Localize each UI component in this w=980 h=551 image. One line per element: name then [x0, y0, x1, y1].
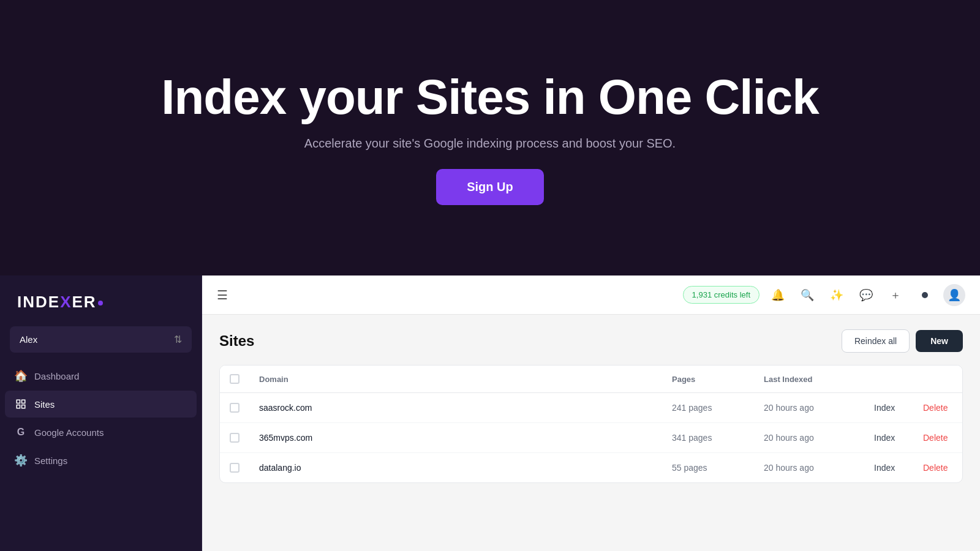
table-header-row: Domain Pages Last Indexed — [220, 365, 962, 393]
sidebar-item-sites[interactable]: Sites — [5, 391, 197, 418]
row-1-index-cell: Index — [864, 393, 913, 422]
row-1-checkbox[interactable] — [230, 403, 239, 413]
plus-icon[interactable]: ＋ — [884, 284, 907, 306]
row-3-domain: datalang.io — [249, 453, 662, 482]
column-header-pages: Pages — [662, 365, 754, 392]
select-all-checkbox[interactable] — [230, 374, 239, 384]
sites-header: Sites Reindex all New — [219, 329, 963, 353]
row-3-delete-cell: Delete — [913, 453, 962, 482]
hero-subtitle: Accelerate your site's Google indexing p… — [304, 137, 676, 151]
logo-text-end: ER — [72, 293, 96, 311]
row-2-last-indexed: 20 hours ago — [754, 423, 864, 452]
sidebar-item-google-accounts-label: Google Accounts — [34, 427, 104, 438]
sites-header-actions: Reindex all New — [842, 329, 963, 353]
new-button[interactable]: New — [916, 330, 963, 352]
chevron-updown-icon: ⇅ — [174, 334, 182, 345]
menu-icon[interactable]: ☰ — [217, 288, 228, 302]
column-header-checkbox — [220, 365, 249, 392]
user-selector-name: Alex — [20, 334, 37, 345]
sidebar-item-dashboard-label: Dashboard — [34, 371, 79, 381]
sidebar-item-sites-label: Sites — [34, 399, 55, 410]
sidebar-item-google-accounts[interactable]: G Google Accounts — [5, 419, 197, 446]
sidebar-item-settings[interactable]: ⚙️ Settings — [5, 447, 197, 474]
logo-text-start: INDE — [17, 293, 60, 311]
row-2-delete-button[interactable]: Delete — [923, 433, 948, 443]
reindex-all-button[interactable]: Reindex all — [842, 329, 910, 353]
row-1-checkbox-cell — [220, 393, 249, 422]
sparkle-icon[interactable]: ✨ — [826, 284, 848, 306]
row-3-checkbox[interactable] — [230, 463, 239, 473]
svg-rect-2 — [22, 405, 25, 408]
row-1-domain: saasrock.com — [249, 393, 662, 422]
credits-badge: 1,931 credits left — [683, 286, 760, 304]
topbar: ☰ 1,931 credits left 🔔 🔍 ✨ 💬 ＋ 👤 — [202, 276, 980, 315]
column-header-index — [864, 365, 913, 392]
google-icon: G — [15, 426, 27, 438]
nav-items: 🏠 Dashboard Sites G Google Accounts ⚙️ S… — [0, 362, 202, 474]
sidebar: INDEXER Alex ⇅ 🏠 Dashboard Sites — [0, 276, 202, 551]
row-3-delete-button[interactable]: Delete — [923, 463, 948, 473]
svg-rect-3 — [17, 405, 20, 408]
row-1-delete-cell: Delete — [913, 393, 962, 422]
hero-title: Index your Sites in One Click — [161, 70, 819, 124]
user-selector[interactable]: Alex ⇅ — [10, 326, 192, 353]
sites-page: Sites Reindex all New Domain Pages Last … — [202, 315, 980, 551]
row-2-pages: 341 pages — [662, 423, 754, 452]
row-2-delete-cell: Delete — [913, 423, 962, 452]
row-2-index-button[interactable]: Index — [874, 433, 895, 443]
logo-area: INDEXER — [0, 276, 202, 326]
row-1-delete-button[interactable]: Delete — [923, 403, 948, 413]
row-3-last-indexed: 20 hours ago — [754, 453, 864, 482]
row-2-checkbox[interactable] — [230, 433, 239, 443]
app-section: INDEXER Alex ⇅ 🏠 Dashboard Sites — [0, 276, 980, 551]
row-3-index-button[interactable]: Index — [874, 463, 895, 473]
table-row: 365mvps.com 341 pages 20 hours ago Index… — [220, 423, 962, 453]
bell-icon[interactable]: 🔔 — [767, 284, 789, 306]
column-header-domain: Domain — [249, 365, 662, 392]
row-2-checkbox-cell — [220, 423, 249, 452]
user-avatar[interactable]: 👤 — [943, 284, 965, 306]
logo-dot — [98, 301, 103, 305]
row-2-index-cell: Index — [864, 423, 913, 452]
sidebar-item-settings-label: Settings — [34, 455, 67, 466]
svg-rect-1 — [22, 400, 25, 403]
column-header-delete — [913, 365, 962, 392]
home-icon: 🏠 — [15, 370, 27, 382]
row-1-pages: 241 pages — [662, 393, 754, 422]
row-3-pages: 55 pages — [662, 453, 754, 482]
table-row: datalang.io 55 pages 20 hours ago Index … — [220, 453, 962, 482]
logo-x: X — [60, 293, 72, 311]
row-3-index-cell: Index — [864, 453, 913, 482]
page-title: Sites — [219, 332, 254, 350]
main-content: ☰ 1,931 credits left 🔔 🔍 ✨ 💬 ＋ 👤 Sites R… — [202, 276, 980, 551]
sites-icon — [15, 398, 27, 410]
chat-icon[interactable]: 💬 — [855, 284, 877, 306]
row-2-domain: 365mvps.com — [249, 423, 662, 452]
row-1-index-button[interactable]: Index — [874, 403, 895, 413]
hero-section: Index your Sites in One Click Accelerate… — [0, 0, 980, 276]
sidebar-item-dashboard[interactable]: 🏠 Dashboard — [5, 362, 197, 389]
svg-rect-0 — [17, 400, 20, 403]
signup-button[interactable]: Sign Up — [436, 169, 544, 205]
row-3-checkbox-cell — [220, 453, 249, 482]
row-1-last-indexed: 20 hours ago — [754, 393, 864, 422]
gear-icon: ⚙️ — [15, 454, 27, 467]
search-icon[interactable]: 🔍 — [796, 284, 818, 306]
dot-indicator — [914, 284, 936, 306]
column-header-last-indexed: Last Indexed — [754, 365, 864, 392]
logo: INDEXER — [17, 293, 103, 312]
sites-table: Domain Pages Last Indexed saasrock.com 2… — [219, 365, 963, 483]
table-row: saasrock.com 241 pages 20 hours ago Inde… — [220, 393, 962, 423]
